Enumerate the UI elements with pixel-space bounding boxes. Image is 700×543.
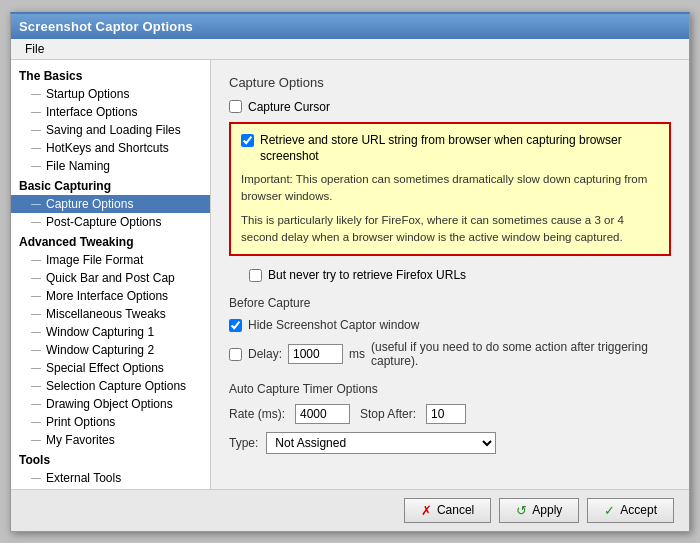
cancel-button[interactable]: ✗ Cancel bbox=[404, 498, 491, 523]
rate-input[interactable] bbox=[295, 404, 350, 424]
sidebar-item-capture-options[interactable]: Capture Options bbox=[11, 195, 210, 213]
accept-label: Accept bbox=[620, 503, 657, 517]
retrieve-url-highlight-box: Retrieve and store URL string from brows… bbox=[229, 122, 671, 257]
hide-window-checkbox[interactable] bbox=[229, 319, 242, 332]
accept-icon: ✓ bbox=[604, 503, 615, 518]
delay-checkbox[interactable] bbox=[229, 348, 242, 361]
never-retrieve-checkbox[interactable] bbox=[249, 269, 262, 282]
never-retrieve-label: But never try to retrieve Firefox URLs bbox=[268, 268, 466, 282]
sidebar-item-saving[interactable]: Saving and Loading Files bbox=[11, 121, 210, 139]
stop-input[interactable] bbox=[426, 404, 466, 424]
retrieve-url-label: Retrieve and store URL string from brows… bbox=[260, 132, 659, 166]
before-capture-title: Before Capture bbox=[229, 296, 671, 310]
capture-cursor-label: Capture Cursor bbox=[248, 100, 330, 114]
sidebar-item-misc-tweaks[interactable]: Miscellaneous Tweaks bbox=[11, 305, 210, 323]
type-select[interactable]: Not Assigned Active Window Full Screen F… bbox=[266, 432, 496, 454]
sidebar-header-basic-capturing: Basic Capturing bbox=[11, 175, 210, 195]
apply-button[interactable]: ↺ Apply bbox=[499, 498, 579, 523]
rate-row: Rate (ms): Stop After: bbox=[229, 404, 671, 424]
sidebar-header-basics: The Basics bbox=[11, 65, 210, 85]
auto-capture-title: Auto Capture Timer Options bbox=[229, 382, 671, 396]
sidebar-header-tools: Tools bbox=[11, 449, 210, 469]
sidebar-item-post-capture[interactable]: Post-Capture Options bbox=[11, 213, 210, 231]
sidebar-item-external-tools[interactable]: External Tools bbox=[11, 469, 210, 487]
content-area: Capture Options Capture Cursor Retrieve … bbox=[211, 60, 689, 489]
type-row: Type: Not Assigned Active Window Full Sc… bbox=[229, 432, 671, 454]
sidebar-item-print[interactable]: Print Options bbox=[11, 413, 210, 431]
menu-bar: File bbox=[11, 39, 689, 60]
sidebar-item-image-format[interactable]: Image File Format bbox=[11, 251, 210, 269]
delay-input[interactable] bbox=[288, 344, 343, 364]
delay-label: Delay: bbox=[248, 347, 282, 361]
sidebar-header-advanced: Advanced Tweaking bbox=[11, 231, 210, 251]
capture-cursor-checkbox[interactable] bbox=[229, 100, 242, 113]
sidebar-item-special-effects[interactable]: Special Effect Options bbox=[11, 359, 210, 377]
hide-window-row: Hide Screenshot Captor window bbox=[229, 318, 671, 332]
hide-window-label: Hide Screenshot Captor window bbox=[248, 318, 419, 332]
stop-label: Stop After: bbox=[360, 407, 416, 421]
sidebar-item-quickbar[interactable]: Quick Bar and Post Cap bbox=[11, 269, 210, 287]
accept-button[interactable]: ✓ Accept bbox=[587, 498, 674, 523]
main-area: The Basics Startup Options Interface Opt… bbox=[11, 60, 689, 489]
retrieve-url-note1: Important: This operation can sometimes … bbox=[241, 171, 659, 206]
capture-cursor-row: Capture Cursor bbox=[229, 100, 671, 114]
section-title: Capture Options bbox=[229, 75, 671, 90]
cancel-label: Cancel bbox=[437, 503, 474, 517]
sidebar: The Basics Startup Options Interface Opt… bbox=[11, 60, 211, 489]
retrieve-url-checkbox[interactable] bbox=[241, 134, 254, 147]
never-retrieve-row: But never try to retrieve Firefox URLs bbox=[249, 268, 671, 282]
menu-file[interactable]: File bbox=[19, 40, 50, 58]
sidebar-item-favorites[interactable]: My Favorites bbox=[11, 431, 210, 449]
main-window: Screenshot Captor Options File The Basic… bbox=[10, 12, 690, 532]
delay-unit: ms bbox=[349, 347, 365, 361]
retrieve-url-note2: This is particularly likely for FireFox,… bbox=[241, 212, 659, 247]
retrieve-url-option-row: Retrieve and store URL string from brows… bbox=[241, 132, 659, 166]
cancel-icon: ✗ bbox=[421, 503, 432, 518]
type-label: Type: bbox=[229, 436, 258, 450]
sidebar-item-window-cap1[interactable]: Window Capturing 1 bbox=[11, 323, 210, 341]
sidebar-item-filenaming[interactable]: File Naming bbox=[11, 157, 210, 175]
delay-row: Delay: ms (useful if you need to do some… bbox=[229, 340, 671, 368]
apply-label: Apply bbox=[532, 503, 562, 517]
sidebar-item-hotkeys[interactable]: HotKeys and Shortcuts bbox=[11, 139, 210, 157]
rate-label: Rate (ms): bbox=[229, 407, 285, 421]
sidebar-item-interface[interactable]: Interface Options bbox=[11, 103, 210, 121]
sidebar-item-startup[interactable]: Startup Options bbox=[11, 85, 210, 103]
sidebar-item-window-cap2[interactable]: Window Capturing 2 bbox=[11, 341, 210, 359]
footer: ✗ Cancel ↺ Apply ✓ Accept bbox=[11, 489, 689, 531]
sidebar-item-selection-capture[interactable]: Selection Capture Options bbox=[11, 377, 210, 395]
window-title: Screenshot Captor Options bbox=[19, 19, 193, 34]
title-bar: Screenshot Captor Options bbox=[11, 14, 689, 39]
sidebar-item-more-interface[interactable]: More Interface Options bbox=[11, 287, 210, 305]
delay-note: (useful if you need to do some action af… bbox=[371, 340, 671, 368]
sidebar-item-drawing-objects[interactable]: Drawing Object Options bbox=[11, 395, 210, 413]
apply-icon: ↺ bbox=[516, 503, 527, 518]
